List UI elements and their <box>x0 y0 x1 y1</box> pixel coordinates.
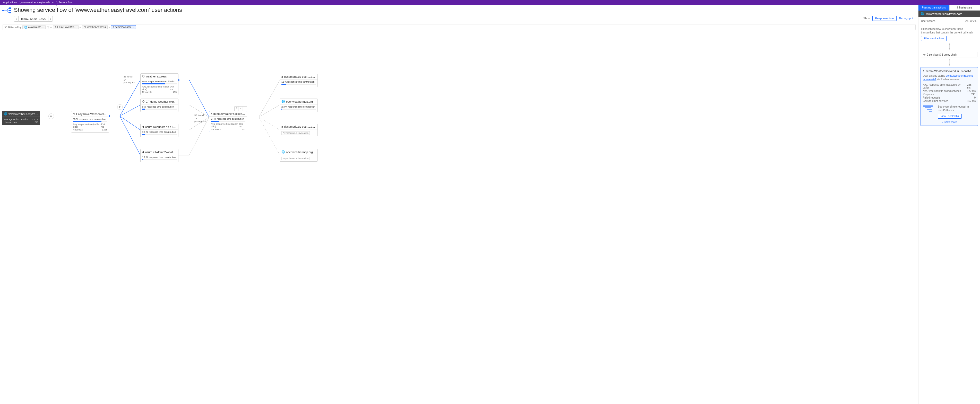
filter-icon-2[interactable] <box>47 26 49 29</box>
node-dynamodb-1[interactable]: adynamodb.us-east-1.amaz… 13 % response … <box>280 74 318 87</box>
hex-icon: ⬡ <box>142 100 145 103</box>
tab-infrastructure[interactable]: Infrastructure <box>949 5 980 11</box>
response-time-button[interactable]: Response time <box>872 16 896 21</box>
flow-canvas[interactable]: ⟳ ⟳ 25 % call1×per request 50 % call1×pe… <box>0 32 918 404</box>
show-more-link[interactable]: ⌄ show more <box>923 121 975 124</box>
throughput-link[interactable]: Throughput <box>899 17 913 20</box>
globe-icon: 🌐 <box>282 150 285 154</box>
azure-icon: ◆ <box>142 150 144 154</box>
breadcrumb-applications[interactable]: Applications <box>1 1 19 4</box>
service-flow-icon <box>2 7 12 14</box>
svg-rect-15 <box>929 111 932 112</box>
page-title: Showing service flow of 'www.weather.eas… <box>14 7 915 13</box>
async-badge: Asynchronous invocation <box>282 157 310 160</box>
globe-icon: 🌐 <box>282 100 285 103</box>
azure-icon: ◆ <box>142 125 144 128</box>
toolbar-more-icon[interactable]: ⋯ <box>243 106 247 111</box>
filter-service-flow-button[interactable]: Filter service flow <box>921 36 947 41</box>
lambda-icon: λ <box>211 112 212 115</box>
proxy-dot-2[interactable]: ⟳ <box>117 104 123 110</box>
globe-icon: 🌐 <box>921 12 924 16</box>
chain-connector-icon <box>918 59 980 66</box>
filter-chip-demo2[interactable]: λdemo2Weathe… <box>111 25 136 29</box>
time-prev-button[interactable]: ‹ <box>14 16 19 22</box>
svg-point-10 <box>949 59 950 60</box>
edge-label-25pct: 25 % call1×per request <box>124 75 135 84</box>
filter-chip-app[interactable]: 🌐www.weath… <box>22 25 46 29</box>
breadcrumb-host[interactable]: www.weather.easytravel.com <box>19 1 56 4</box>
chain-icon: ⟳ <box>923 53 926 56</box>
svg-point-7 <box>949 44 950 45</box>
node-demo2-weather-backend[interactable]: λdemo2WeatherBackend in… 24 % response t… <box>209 111 247 132</box>
chain-connector-icon <box>918 43 980 51</box>
filter-icon <box>5 26 7 29</box>
node-azure-et-demo2[interactable]: ◆azure eT-demo2-weather-… 1.7 % response… <box>140 149 178 162</box>
node-root-app[interactable]: 🌐www.weather.easytravel… Average action … <box>2 111 40 125</box>
globe-icon: 🌐 <box>4 112 8 116</box>
node-azure-requests[interactable]: ◆azure Requests on eT-dem… 7.8 % respons… <box>140 124 178 137</box>
selected-call-note: User actions calling demo2WeatherBackend… <box>923 74 975 81</box>
proxy-dot-1[interactable]: ⟳ <box>48 114 54 119</box>
node-weather-express[interactable]: ⬡weather-express 66 % response time cont… <box>140 73 178 95</box>
show-label: Show <box>863 17 870 20</box>
svg-rect-1 <box>9 8 11 9</box>
time-range-selector: ‹ Today, 12:20 - 14:20 › <box>14 16 53 22</box>
aws-icon: a <box>282 125 283 128</box>
time-next-button[interactable]: › <box>48 16 53 22</box>
time-range-label[interactable]: Today, 12:20 - 14:20 <box>19 16 48 22</box>
proxy-chain-row[interactable]: ⟳ 2 services & 1 proxy chain <box>921 52 977 57</box>
chevron-right-icon: ▸ <box>80 26 81 29</box>
hex-icon: ⬡ <box>142 74 145 78</box>
filtered-by-label: Filtered by <box>5 26 21 29</box>
breadcrumb-current[interactable]: Service flow <box>56 1 75 4</box>
side-panel: Passing transactions Infrastructure 🌐 ww… <box>918 5 980 404</box>
view-purepaths-button[interactable]: View PurePaths <box>938 114 962 119</box>
node-openweathermap-1[interactable]: 🌐openweathermap.org 2.3 % response time … <box>280 98 318 112</box>
tab-passing-transactions[interactable]: Passing transactions <box>918 5 949 11</box>
async-badge: Asynchronous invocation <box>282 131 310 135</box>
filter-note: Filter service flow to show only those t… <box>921 27 977 35</box>
toolbar-metrics-icon[interactable]: ≣ <box>235 106 239 111</box>
svg-marker-11 <box>948 64 950 65</box>
svg-rect-0 <box>2 10 4 11</box>
svg-rect-12 <box>923 106 933 106</box>
svg-marker-8 <box>948 48 950 49</box>
chevron-right-icon: ▸ <box>51 26 52 29</box>
svg-rect-14 <box>927 109 932 110</box>
page-header: Showing service flow of 'www.weather.eas… <box>0 5 918 23</box>
chevron-down-icon: ⌄ <box>942 121 944 124</box>
svg-rect-2 <box>9 10 11 11</box>
purepath-icon <box>923 105 936 113</box>
selected-service-card: λdemo2WeatherBackend in us-east-1 User a… <box>921 67 978 126</box>
node-easytravel-webserver[interactable]: ✎EasyTravelWebserver:8100 83 % response … <box>71 111 109 133</box>
toolbar-filter-icon[interactable]: ⧩ <box>239 106 243 111</box>
chevron-right-icon: ▸ <box>109 26 110 29</box>
node-cf-demo[interactable]: ⬡CF demo weather-express 8 % response ti… <box>140 98 178 112</box>
aws-icon: a <box>282 75 283 78</box>
node-dynamodb-2[interactable]: adynamodb.us-east-1.amaz… Asynchronous i… <box>280 124 318 136</box>
svg-rect-13 <box>925 107 931 108</box>
node-toolbar: ≣ ⧩ ⋯ <box>234 106 247 111</box>
svg-rect-3 <box>9 12 11 13</box>
breadcrumb-bar: Applications www.weather.easytravel.com … <box>0 0 980 5</box>
edge-label-50pct: 50 % call1×per request <box>194 114 206 123</box>
filter-chip-weather-express[interactable]: ⬡weather-express <box>82 25 108 29</box>
filter-chip-webserver[interactable]: ✎EasyTravelWeb… <box>53 25 78 29</box>
side-panel-title: 🌐 www.weather.easytravel.com <box>918 11 980 17</box>
lambda-icon: λ <box>923 70 924 73</box>
filter-bar: Filtered by 🌐www.weath… ▸ ✎EasyTravelWeb… <box>3 24 916 30</box>
node-openweathermap-2[interactable]: 🌐openweathermap.org Asynchronous invocat… <box>280 149 318 162</box>
pencil-icon: ✎ <box>73 112 75 116</box>
